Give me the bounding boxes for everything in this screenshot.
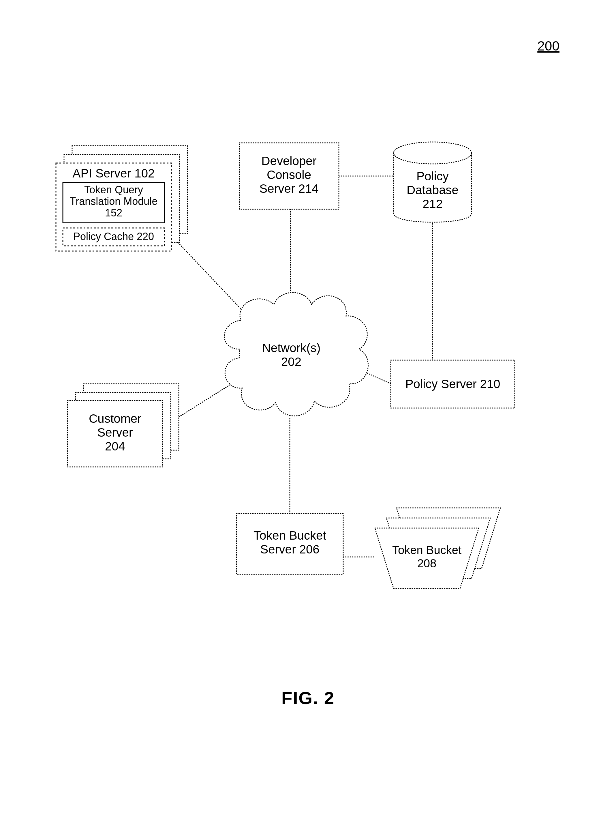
network-label-1: Network(s) <box>262 341 320 355</box>
dev-console-l3: Server 214 <box>259 182 318 195</box>
svg-point-14 <box>394 142 472 164</box>
customer-server-l2: Server <box>97 426 133 439</box>
token-bucket-l1: Token Bucket <box>392 543 461 557</box>
figure-caption: FIG. 2 <box>282 688 334 708</box>
token-bucket-l2: 208 <box>417 557 437 570</box>
dev-console-l2: Console <box>267 168 311 182</box>
tq-module-l2: Translation Module <box>70 195 158 207</box>
tq-module-l3: 152 <box>105 207 122 219</box>
figure-200: 200 Network(s) 202 API Server 102 Token … <box>0 0 616 840</box>
tbs-l1: Token Bucket <box>254 529 326 542</box>
network-cloud: Network(s) 202 <box>224 292 368 416</box>
token-bucket-stack: Token Bucket 208 <box>375 508 500 589</box>
tbs-l2: Server 206 <box>260 542 319 556</box>
page-number: 200 <box>537 38 559 53</box>
policy-database: Policy Database 212 <box>394 142 472 222</box>
customer-server-stack: Customer Server 204 <box>67 384 179 467</box>
customer-server-l3: 204 <box>105 439 125 453</box>
policy-server-label: Policy Server 210 <box>405 377 500 391</box>
policy-db-l2: Database <box>407 183 459 197</box>
customer-server-l1: Customer <box>89 412 141 425</box>
policy-db-l1: Policy <box>417 169 449 183</box>
token-bucket-server: Token Bucket Server 206 <box>236 514 343 574</box>
policy-cache: Policy Cache 220 <box>73 231 154 242</box>
api-server-stack: API Server 102 Token Query Translation M… <box>56 146 188 251</box>
network-label-2: 202 <box>281 355 301 369</box>
dev-console-l1: Developer <box>261 154 316 167</box>
policy-server: Policy Server 210 <box>391 360 515 408</box>
tq-module-l1: Token Query <box>84 184 143 196</box>
api-server-title: API Server 102 <box>73 166 155 180</box>
developer-console-server: Developer Console Server 214 <box>239 143 339 209</box>
policy-db-l3: 212 <box>422 197 443 211</box>
